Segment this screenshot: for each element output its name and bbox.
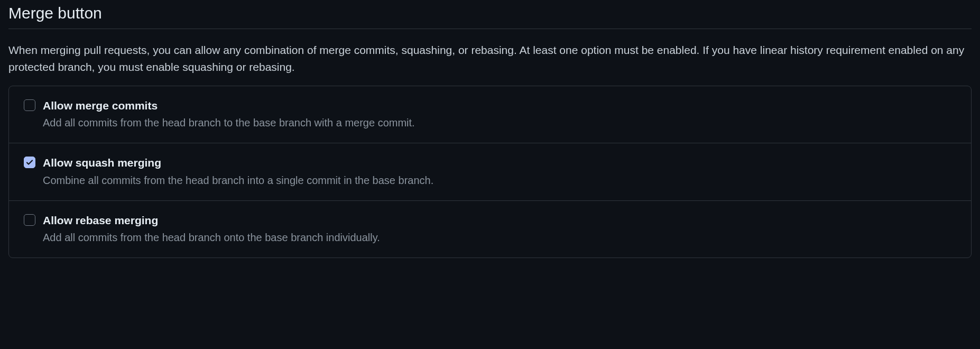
option-row-squash-merging: Allow squash merging Combine all commits… bbox=[9, 143, 971, 200]
option-desc-rebase-merging: Add all commits from the head branch ont… bbox=[43, 229, 956, 246]
option-label-rebase-merging[interactable]: Allow rebase merging bbox=[43, 213, 956, 228]
check-icon bbox=[25, 158, 34, 167]
option-text: Allow rebase merging Add all commits fro… bbox=[43, 213, 956, 246]
option-desc-merge-commits: Add all commits from the head branch to … bbox=[43, 115, 956, 131]
option-text: Allow squash merging Combine all commits… bbox=[43, 155, 956, 188]
option-row-merge-commits: Allow merge commits Add all commits from… bbox=[9, 86, 971, 143]
option-label-merge-commits[interactable]: Allow merge commits bbox=[43, 98, 956, 113]
option-label-squash-merging[interactable]: Allow squash merging bbox=[43, 155, 956, 170]
checkbox-allow-squash-merging[interactable] bbox=[24, 157, 35, 168]
checkbox-allow-rebase-merging[interactable] bbox=[24, 214, 35, 226]
option-row-rebase-merging: Allow rebase merging Add all commits fro… bbox=[9, 201, 971, 258]
merge-options-box: Allow merge commits Add all commits from… bbox=[8, 86, 972, 258]
option-text: Allow merge commits Add all commits from… bbox=[43, 98, 956, 131]
section-description: When merging pull requests, you can allo… bbox=[8, 42, 972, 75]
option-desc-squash-merging: Combine all commits from the head branch… bbox=[43, 172, 956, 189]
section-title: Merge button bbox=[8, 4, 972, 29]
checkbox-allow-merge-commits[interactable] bbox=[24, 99, 35, 111]
